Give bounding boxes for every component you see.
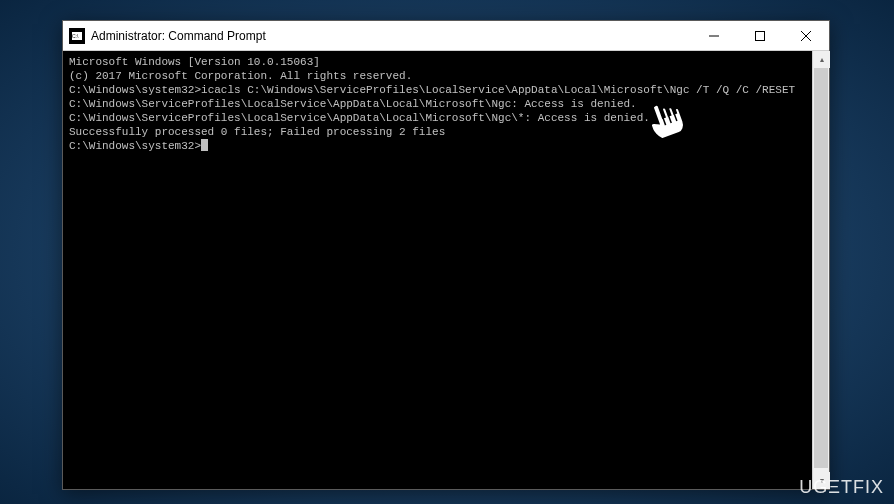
command-prompt-window: Administrator: Command Prompt Microsoft … xyxy=(62,20,830,490)
prompt-path: C:\Windows\system32> xyxy=(69,83,201,97)
cursor xyxy=(201,139,208,151)
output-line: Successfully processed 0 files; Failed p… xyxy=(69,125,823,139)
maximize-button[interactable] xyxy=(737,21,783,51)
svg-rect-1 xyxy=(756,32,765,41)
window-title: Administrator: Command Prompt xyxy=(91,29,691,43)
prompt-line: C:\Windows\system32> xyxy=(69,139,823,153)
prompt-path: C:\Windows\system32> xyxy=(69,139,201,153)
close-button[interactable] xyxy=(783,21,829,51)
console-output[interactable]: Microsoft Windows [Version 10.0.15063] (… xyxy=(63,51,829,489)
vertical-scrollbar[interactable]: ▴ ▾ xyxy=(812,51,829,489)
scroll-up-arrow-icon[interactable]: ▴ xyxy=(813,51,830,68)
cmd-icon xyxy=(69,28,85,44)
command-text: icacls C:\Windows\ServiceProfiles\LocalS… xyxy=(201,83,795,97)
scroll-thumb[interactable] xyxy=(814,68,828,468)
title-bar[interactable]: Administrator: Command Prompt xyxy=(63,21,829,51)
output-line: C:\Windows\ServiceProfiles\LocalService\… xyxy=(69,111,823,125)
console-copyright-line: (c) 2017 Microsoft Corporation. All righ… xyxy=(69,69,823,83)
watermark-text: UGΞTFIX xyxy=(799,477,884,498)
prompt-line: C:\Windows\system32>icacls C:\Windows\Se… xyxy=(69,83,823,97)
pointing-hand-cursor-icon xyxy=(640,96,696,148)
output-line: C:\Windows\ServiceProfiles\LocalService\… xyxy=(69,97,823,111)
minimize-button[interactable] xyxy=(691,21,737,51)
console-header-line: Microsoft Windows [Version 10.0.15063] xyxy=(69,55,823,69)
window-controls xyxy=(691,21,829,50)
